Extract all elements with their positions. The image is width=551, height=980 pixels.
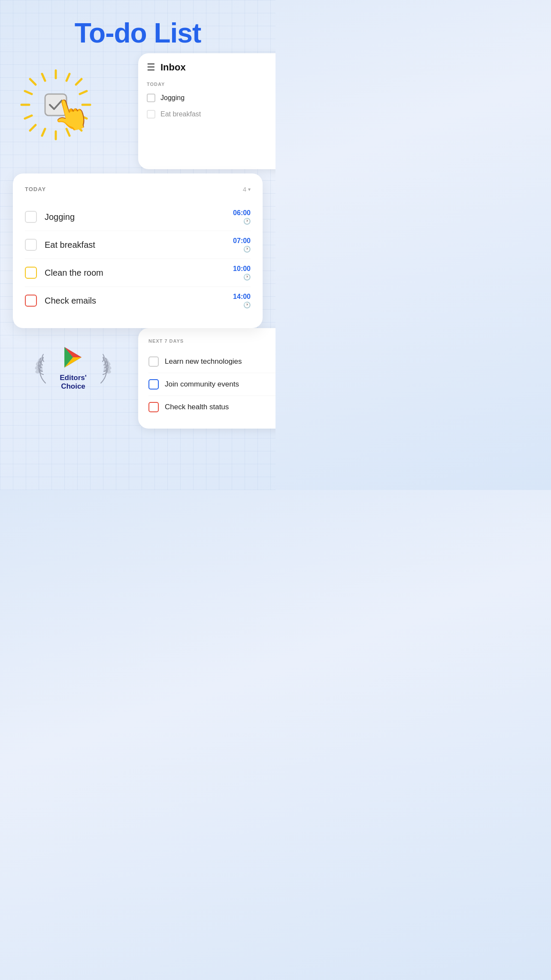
task-checkbox-jogging[interactable] bbox=[25, 211, 37, 223]
right-laurel-icon bbox=[90, 351, 112, 385]
next7-text-health: Check health status bbox=[165, 403, 229, 411]
clock-icon-3: 🕐 bbox=[243, 274, 251, 280]
task-name-jogging: Jogging bbox=[45, 212, 75, 222]
svg-line-7 bbox=[30, 125, 36, 131]
next7-card: NEXT 7 DAYS Learn new technologies Join … bbox=[138, 328, 276, 429]
task-time-area-emails: 14:00 🕐 bbox=[233, 293, 251, 308]
editors-choice-label: Editors' Choice bbox=[60, 374, 87, 391]
next7-checkbox-health[interactable] bbox=[148, 402, 159, 412]
hero-area: 👆 ☰ Inbox TODAY Jogging Eat breakfast bbox=[0, 53, 276, 173]
task-checkbox-clean[interactable] bbox=[25, 267, 37, 279]
svg-line-14 bbox=[67, 74, 70, 81]
task-time-area-breakfast: 07:00 🕐 bbox=[233, 237, 251, 253]
left-laurel-icon bbox=[35, 351, 56, 385]
svg-point-28 bbox=[102, 357, 109, 363]
next7-item-community[interactable]: Join community events bbox=[148, 373, 276, 396]
next7-section-label: NEXT 7 DAYS bbox=[148, 338, 276, 344]
svg-line-10 bbox=[42, 74, 45, 81]
task-time-area-clean: 10:00 🕐 bbox=[233, 265, 251, 280]
next7-item-health[interactable]: Check health status bbox=[148, 396, 276, 418]
task-checkbox-emails[interactable] bbox=[25, 295, 37, 307]
next7-text-community: Join community events bbox=[165, 380, 239, 389]
next7-text-learn: Learn new technologies bbox=[165, 357, 242, 366]
clock-icon: 🕐 bbox=[243, 218, 251, 225]
svg-point-20 bbox=[38, 357, 44, 363]
checkbox-illustration: 👆 bbox=[13, 62, 99, 148]
task-jogging[interactable]: Jogging 06:00 🕐 bbox=[25, 203, 251, 231]
editors-choice: Editors' Choice bbox=[0, 328, 138, 408]
task-breakfast[interactable]: Eat breakfast 07:00 🕐 bbox=[25, 231, 251, 259]
today-section-label: TODAY bbox=[25, 186, 46, 192]
task-clean-room[interactable]: Clean the room 10:00 🕐 bbox=[25, 259, 251, 287]
inbox-card: ☰ Inbox TODAY Jogging Eat breakfast bbox=[138, 53, 276, 169]
svg-line-13 bbox=[25, 116, 32, 119]
task-check-emails[interactable]: Check emails 14:00 🕐 bbox=[25, 287, 251, 314]
inbox-today-label: TODAY bbox=[147, 82, 276, 87]
next7-checkbox-community[interactable] bbox=[148, 379, 159, 390]
next7-checkbox-learn[interactable] bbox=[148, 356, 159, 367]
clock-icon-4: 🕐 bbox=[243, 301, 251, 308]
next7-item-learn[interactable]: Learn new technologies bbox=[148, 350, 276, 373]
today-count: 4 ▾ bbox=[243, 186, 251, 193]
google-play-icon: Editors' Choice bbox=[60, 345, 87, 391]
today-card: TODAY 4 ▾ Jogging 06:00 🕐 Eat breakfast bbox=[13, 173, 263, 328]
inbox-item-breakfast: Eat breakfast bbox=[147, 110, 276, 119]
task-name-clean: Clean the room bbox=[45, 268, 103, 278]
svg-line-15 bbox=[42, 129, 45, 136]
task-name-breakfast: Eat breakfast bbox=[45, 240, 95, 250]
app-title: To-do List bbox=[0, 0, 276, 49]
inbox-item-jogging: Jogging bbox=[147, 94, 276, 102]
task-name-emails: Check emails bbox=[45, 296, 96, 306]
svg-line-6 bbox=[76, 79, 82, 85]
task-time-area-jogging: 06:00 🕐 bbox=[233, 209, 251, 225]
svg-line-8 bbox=[25, 91, 32, 94]
task-checkbox-breakfast[interactable] bbox=[25, 239, 37, 251]
inbox-title: Inbox bbox=[160, 62, 186, 73]
chevron-down-icon: ▾ bbox=[248, 186, 251, 192]
clock-icon-2: 🕐 bbox=[243, 246, 251, 253]
bottom-section: Editors' Choice bbox=[0, 328, 276, 466]
svg-line-4 bbox=[30, 79, 36, 85]
hamburger-icon: ☰ bbox=[147, 62, 155, 73]
